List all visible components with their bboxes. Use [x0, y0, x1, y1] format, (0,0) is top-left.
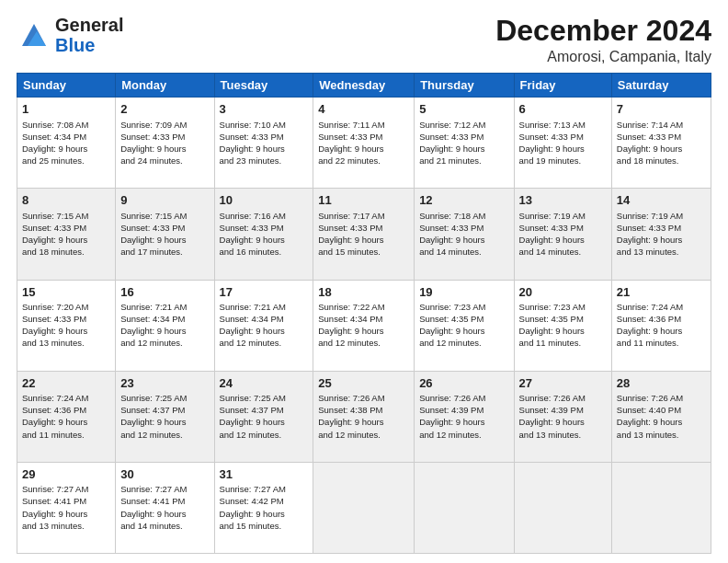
day-cell: 19Sunrise: 7:23 AMSunset: 4:35 PMDayligh… [415, 280, 514, 371]
day-number: 13 [519, 192, 607, 209]
day-cell: 3Sunrise: 7:10 AMSunset: 4:33 PMDaylight… [214, 98, 313, 189]
day-cell: 16Sunrise: 7:21 AMSunset: 4:34 PMDayligh… [116, 280, 214, 371]
day-info: Sunrise: 7:24 AMSunset: 4:36 PMDaylight:… [22, 392, 110, 440]
weekday-friday: Friday [514, 74, 611, 98]
day-info: Sunrise: 7:15 AMSunset: 4:33 PMDaylight:… [120, 210, 209, 258]
logo-blue: Blue [55, 35, 95, 55]
day-number: 8 [22, 192, 110, 209]
calendar: SundayMondayTuesdayWednesdayThursdayFrid… [17, 73, 711, 554]
day-number: 18 [318, 284, 409, 301]
day-number: 4 [318, 101, 409, 118]
day-info: Sunrise: 7:21 AMSunset: 4:34 PMDaylight:… [120, 301, 209, 349]
day-info: Sunrise: 7:25 AMSunset: 4:37 PMDaylight:… [120, 392, 209, 440]
day-info: Sunrise: 7:26 AMSunset: 4:39 PMDaylight:… [519, 392, 607, 440]
week-row-4: 22Sunrise: 7:24 AMSunset: 4:36 PMDayligh… [17, 371, 711, 462]
week-row-3: 15Sunrise: 7:20 AMSunset: 4:33 PMDayligh… [17, 280, 711, 371]
day-info: Sunrise: 7:18 AMSunset: 4:33 PMDaylight:… [419, 210, 508, 258]
day-info: Sunrise: 7:23 AMSunset: 4:35 PMDaylight:… [519, 301, 607, 349]
day-number: 11 [318, 192, 409, 209]
day-number: 30 [120, 466, 209, 483]
day-info: Sunrise: 7:08 AMSunset: 4:34 PMDaylight:… [22, 119, 110, 167]
day-info: Sunrise: 7:27 AMSunset: 4:41 PMDaylight:… [120, 483, 209, 531]
day-cell [514, 462, 611, 553]
day-cell: 31Sunrise: 7:27 AMSunset: 4:42 PMDayligh… [214, 462, 313, 553]
day-cell: 5Sunrise: 7:12 AMSunset: 4:33 PMDaylight… [415, 98, 514, 189]
day-number: 17 [220, 284, 309, 301]
day-info: Sunrise: 7:09 AMSunset: 4:33 PMDaylight:… [120, 119, 209, 167]
day-number: 23 [120, 375, 209, 392]
day-number: 16 [120, 284, 209, 301]
day-cell: 26Sunrise: 7:26 AMSunset: 4:39 PMDayligh… [415, 371, 514, 462]
logo: General Blue [17, 15, 123, 55]
day-info: Sunrise: 7:16 AMSunset: 4:33 PMDaylight:… [220, 210, 309, 258]
day-info: Sunrise: 7:27 AMSunset: 4:41 PMDaylight:… [22, 483, 110, 531]
day-cell: 23Sunrise: 7:25 AMSunset: 4:37 PMDayligh… [116, 371, 214, 462]
day-number: 25 [318, 375, 409, 392]
day-cell: 17Sunrise: 7:21 AMSunset: 4:34 PMDayligh… [214, 280, 313, 371]
day-number: 5 [419, 101, 508, 118]
logo-general: General [55, 15, 123, 35]
day-number: 22 [22, 375, 110, 392]
day-number: 31 [220, 466, 309, 483]
title-block: December 2024 Amorosi, Campania, Italy [495, 15, 711, 65]
day-cell [313, 462, 415, 553]
day-number: 26 [419, 375, 508, 392]
day-info: Sunrise: 7:26 AMSunset: 4:39 PMDaylight:… [419, 392, 508, 440]
day-cell: 28Sunrise: 7:26 AMSunset: 4:40 PMDayligh… [611, 371, 711, 462]
day-info: Sunrise: 7:23 AMSunset: 4:35 PMDaylight:… [419, 301, 508, 349]
day-cell: 2Sunrise: 7:09 AMSunset: 4:33 PMDaylight… [116, 98, 214, 189]
day-cell: 27Sunrise: 7:26 AMSunset: 4:39 PMDayligh… [514, 371, 611, 462]
day-info: Sunrise: 7:10 AMSunset: 4:33 PMDaylight:… [220, 119, 309, 167]
day-number: 15 [22, 284, 110, 301]
day-info: Sunrise: 7:24 AMSunset: 4:36 PMDaylight:… [617, 301, 706, 349]
day-number: 14 [617, 192, 706, 209]
day-info: Sunrise: 7:26 AMSunset: 4:38 PMDaylight:… [318, 392, 409, 440]
day-cell: 30Sunrise: 7:27 AMSunset: 4:41 PMDayligh… [116, 462, 214, 553]
day-cell [415, 462, 514, 553]
day-info: Sunrise: 7:22 AMSunset: 4:34 PMDaylight:… [318, 301, 409, 349]
day-number: 6 [519, 101, 607, 118]
day-cell: 6Sunrise: 7:13 AMSunset: 4:33 PMDaylight… [514, 98, 611, 189]
day-info: Sunrise: 7:14 AMSunset: 4:33 PMDaylight:… [617, 119, 706, 167]
day-info: Sunrise: 7:13 AMSunset: 4:33 PMDaylight:… [519, 119, 607, 167]
day-info: Sunrise: 7:26 AMSunset: 4:40 PMDaylight:… [617, 392, 706, 440]
week-row-1: 1Sunrise: 7:08 AMSunset: 4:34 PMDaylight… [17, 98, 711, 189]
day-cell: 12Sunrise: 7:18 AMSunset: 4:33 PMDayligh… [415, 189, 514, 280]
day-cell: 8Sunrise: 7:15 AMSunset: 4:33 PMDaylight… [17, 189, 116, 280]
day-number: 9 [120, 192, 209, 209]
day-cell: 11Sunrise: 7:17 AMSunset: 4:33 PMDayligh… [313, 189, 415, 280]
location-title: Amorosi, Campania, Italy [495, 49, 711, 65]
day-number: 1 [22, 101, 110, 118]
day-number: 28 [617, 375, 706, 392]
weekday-tuesday: Tuesday [214, 74, 313, 98]
day-cell: 18Sunrise: 7:22 AMSunset: 4:34 PMDayligh… [313, 280, 415, 371]
week-row-5: 29Sunrise: 7:27 AMSunset: 4:41 PMDayligh… [17, 462, 711, 553]
week-row-2: 8Sunrise: 7:15 AMSunset: 4:33 PMDaylight… [17, 189, 711, 280]
day-cell: 4Sunrise: 7:11 AMSunset: 4:33 PMDaylight… [313, 98, 415, 189]
day-cell: 24Sunrise: 7:25 AMSunset: 4:37 PMDayligh… [214, 371, 313, 462]
day-cell: 20Sunrise: 7:23 AMSunset: 4:35 PMDayligh… [514, 280, 611, 371]
weekday-header-row: SundayMondayTuesdayWednesdayThursdayFrid… [17, 74, 711, 98]
weekday-saturday: Saturday [611, 74, 711, 98]
header: General Blue December 2024 Amorosi, Camp… [17, 15, 711, 65]
day-cell: 10Sunrise: 7:16 AMSunset: 4:33 PMDayligh… [214, 189, 313, 280]
day-cell: 1Sunrise: 7:08 AMSunset: 4:34 PMDaylight… [17, 98, 116, 189]
page: General Blue December 2024 Amorosi, Camp… [0, 0, 728, 563]
day-info: Sunrise: 7:11 AMSunset: 4:33 PMDaylight:… [318, 119, 409, 167]
day-info: Sunrise: 7:27 AMSunset: 4:42 PMDaylight:… [220, 483, 309, 531]
day-number: 10 [220, 192, 309, 209]
day-cell: 9Sunrise: 7:15 AMSunset: 4:33 PMDaylight… [116, 189, 214, 280]
day-info: Sunrise: 7:12 AMSunset: 4:33 PMDaylight:… [419, 119, 508, 167]
day-cell: 22Sunrise: 7:24 AMSunset: 4:36 PMDayligh… [17, 371, 116, 462]
day-number: 3 [220, 101, 309, 118]
day-info: Sunrise: 7:20 AMSunset: 4:33 PMDaylight:… [22, 301, 110, 349]
day-cell: 15Sunrise: 7:20 AMSunset: 4:33 PMDayligh… [17, 280, 116, 371]
day-cell: 25Sunrise: 7:26 AMSunset: 4:38 PMDayligh… [313, 371, 415, 462]
day-info: Sunrise: 7:25 AMSunset: 4:37 PMDaylight:… [220, 392, 309, 440]
weekday-sunday: Sunday [17, 74, 116, 98]
day-number: 7 [617, 101, 706, 118]
weekday-wednesday: Wednesday [313, 74, 415, 98]
day-number: 12 [419, 192, 508, 209]
day-cell: 21Sunrise: 7:24 AMSunset: 4:36 PMDayligh… [611, 280, 711, 371]
day-number: 2 [120, 101, 209, 118]
